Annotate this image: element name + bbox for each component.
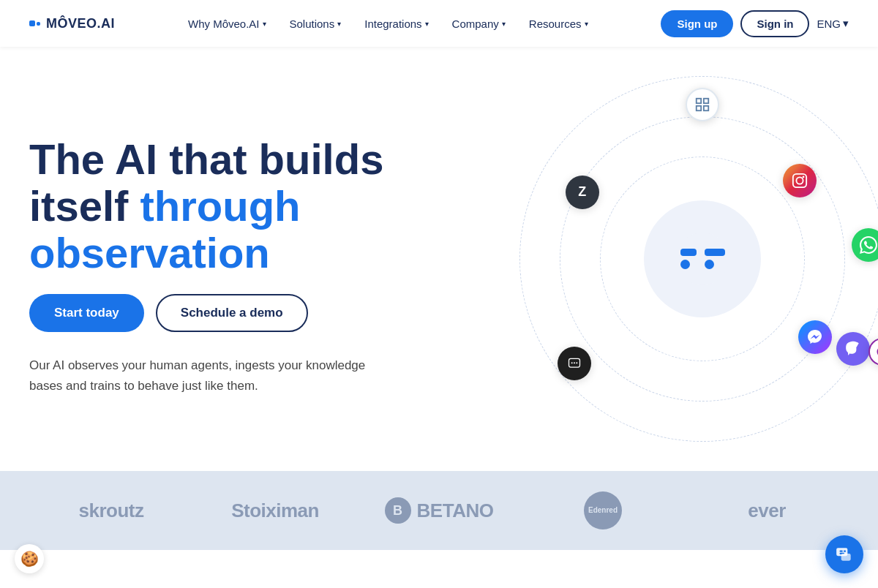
- svg-rect-3: [697, 106, 701, 110]
- dot-2: [705, 249, 725, 256]
- nav-item-why[interactable]: Why Môveo.AI ▾: [178, 12, 277, 36]
- stoiximan-label: Stoiximan: [231, 500, 319, 522]
- edenred-badge: Edenred: [584, 491, 622, 529]
- target-icon: [868, 338, 878, 366]
- chevron-down-icon: ▾: [502, 20, 506, 28]
- logo-dot-1: [29, 20, 35, 26]
- moveo-logo-dots: [680, 249, 725, 269]
- zendesk-icon: Z: [566, 176, 599, 209]
- signup-button[interactable]: Sign up: [661, 10, 733, 37]
- betano-logo-group: B BETANO: [385, 497, 494, 524]
- hero-text: The AI that builds itself through observ…: [29, 136, 410, 396]
- chevron-down-icon: ▾: [337, 20, 341, 28]
- logo-icon: [29, 20, 40, 26]
- logos-strip: skroutz Stoiximan B BETANO Edenred ever: [0, 471, 878, 550]
- svg-rect-14: [836, 548, 847, 550]
- chevron-down-icon: ▾: [843, 17, 849, 30]
- nav-item-company[interactable]: Company ▾: [442, 12, 516, 36]
- hero-headline: The AI that builds itself through observ…: [29, 136, 410, 276]
- svg-point-9: [574, 363, 575, 364]
- navbar: MÔVEO.AI Why Môveo.AI ▾ Solutions ▾ Inte…: [0, 0, 878, 47]
- brand-name: MÔVEO.AI: [46, 16, 115, 31]
- messenger-icon: [798, 320, 832, 354]
- logo-betano: B BETANO: [357, 497, 521, 524]
- hero-illustration: Z: [512, 69, 878, 449]
- hero-description: Our AI observes your human agents, inges…: [29, 355, 366, 396]
- skroutz-label: skroutz: [79, 500, 144, 522]
- viber-icon: [836, 332, 870, 366]
- instagram-icon: [783, 164, 817, 197]
- nav-item-solutions[interactable]: Solutions ▾: [279, 12, 352, 36]
- start-today-button[interactable]: Start today: [29, 294, 144, 332]
- circles-container: Z: [512, 69, 878, 449]
- moveo-center-icon: [676, 233, 729, 285]
- nav-links: Why Môveo.AI ▾ Solutions ▾ Integrations …: [178, 12, 599, 36]
- betano-label: BETANO: [417, 500, 494, 522]
- hero-buttons: Start today Schedule a demo: [29, 294, 410, 332]
- ever-label: ever: [748, 500, 786, 522]
- chevron-down-icon: ▾: [263, 20, 266, 28]
- dot-1: [680, 249, 697, 256]
- logo-edenred: Edenred: [521, 491, 685, 529]
- grid-icon: [686, 88, 719, 121]
- dot-3: [680, 260, 690, 269]
- nav-item-integrations[interactable]: Integrations ▾: [354, 12, 438, 36]
- logo-skroutz: skroutz: [29, 500, 193, 522]
- svg-point-10: [577, 363, 578, 364]
- chevron-down-icon: ▾: [585, 20, 588, 28]
- svg-point-5: [796, 177, 803, 184]
- nav-actions: Sign up Sign in ENG ▾: [661, 10, 849, 37]
- svg-rect-1: [704, 99, 708, 103]
- logo-ever: ever: [685, 500, 849, 522]
- svg-rect-0: [697, 99, 701, 103]
- schedule-demo-button[interactable]: Schedule a demo: [156, 294, 308, 332]
- signin-button[interactable]: Sign in: [740, 10, 809, 37]
- chevron-down-icon: ▾: [425, 20, 429, 28]
- language-selector[interactable]: ENG ▾: [817, 17, 849, 30]
- logo[interactable]: MÔVEO.AI: [29, 16, 115, 31]
- logo-dot-2: [37, 22, 40, 26]
- dot-4: [705, 260, 714, 269]
- svg-point-6: [803, 176, 805, 178]
- svg-rect-4: [793, 174, 806, 187]
- logo-stoiximan: Stoiximan: [193, 500, 357, 522]
- svg-point-8: [571, 363, 573, 364]
- hero-section: The AI that builds itself through observ…: [0, 47, 878, 471]
- svg-rect-2: [704, 106, 708, 110]
- betano-circle-icon: B: [385, 497, 411, 524]
- nav-item-resources[interactable]: Resources ▾: [519, 12, 599, 36]
